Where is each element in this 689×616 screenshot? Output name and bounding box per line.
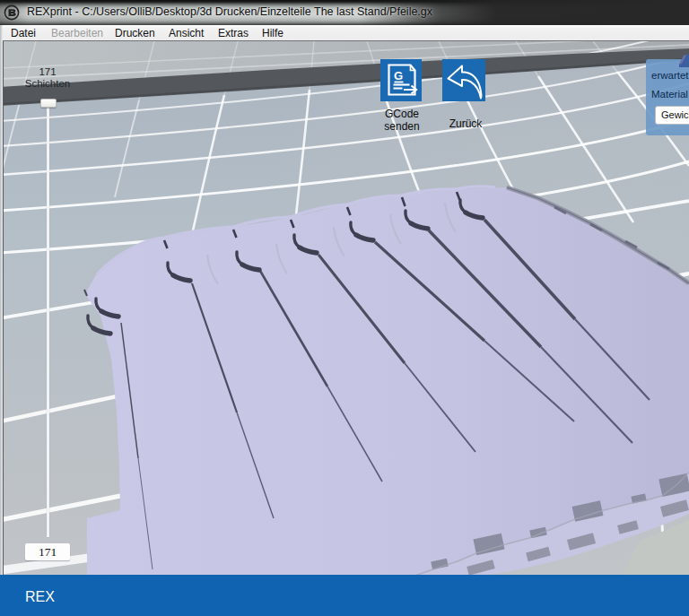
svg-text:G: G: [394, 69, 403, 82]
